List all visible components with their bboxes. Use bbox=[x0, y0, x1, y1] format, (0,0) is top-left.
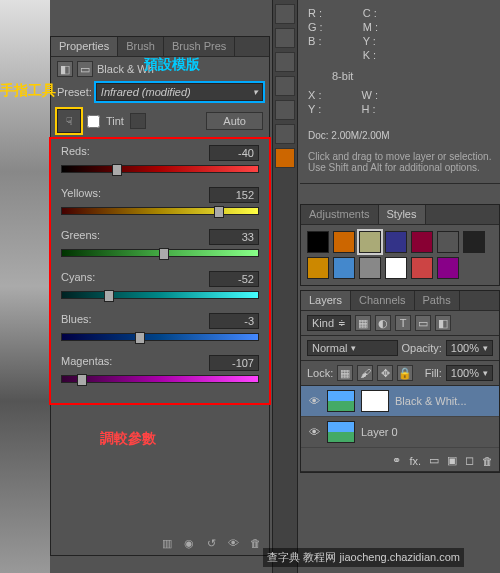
tab-adjustments[interactable]: Adjustments bbox=[301, 205, 379, 224]
trash-icon[interactable]: 🗑 bbox=[247, 535, 263, 551]
link-layers-icon[interactable]: ⚭ bbox=[392, 454, 401, 467]
slider-label: Greens: bbox=[61, 229, 100, 245]
properties-tabs: Properties Brush Brush Pres bbox=[51, 37, 269, 57]
panel-footer-icons: ▥ ◉ ↺ 👁 🗑 bbox=[159, 535, 263, 551]
layer-mask-thumbnail bbox=[361, 390, 389, 412]
dock-icon[interactable] bbox=[275, 124, 295, 144]
slider-value-input[interactable]: -40 bbox=[209, 145, 259, 161]
fill-input[interactable]: 100%▾ bbox=[446, 365, 493, 381]
layer-thumbnail bbox=[327, 390, 355, 412]
lock-transparency-icon[interactable]: ▦ bbox=[337, 365, 353, 381]
slider-track[interactable] bbox=[61, 165, 259, 173]
slider-value-input[interactable]: 33 bbox=[209, 229, 259, 245]
layer-row[interactable]: 👁Black & Whit... bbox=[301, 386, 499, 417]
style-swatch[interactable] bbox=[437, 231, 459, 253]
style-swatch[interactable] bbox=[333, 231, 355, 253]
style-swatch[interactable] bbox=[385, 231, 407, 253]
dock-icon[interactable] bbox=[275, 148, 295, 168]
tab-paths[interactable]: Paths bbox=[415, 291, 460, 310]
doc-size: Doc: 2.00M/2.00M bbox=[308, 124, 492, 147]
new-group-icon[interactable]: ▣ bbox=[447, 454, 457, 467]
lock-paint-icon[interactable]: 🖌 bbox=[357, 365, 373, 381]
lock-position-icon[interactable]: ✥ bbox=[377, 365, 393, 381]
style-swatch[interactable] bbox=[359, 231, 381, 253]
new-layer-icon[interactable]: ◻ bbox=[465, 454, 474, 467]
auto-button[interactable]: Auto bbox=[206, 112, 263, 130]
slider-track[interactable] bbox=[61, 207, 259, 215]
dock-icon[interactable] bbox=[275, 28, 295, 48]
dock-icon[interactable] bbox=[275, 100, 295, 120]
slider-thumb[interactable] bbox=[112, 164, 122, 176]
properties-panel: Properties Brush Brush Pres ◧ ▭ Black & … bbox=[50, 36, 270, 556]
layer-filter-kind[interactable]: Kind≑ bbox=[307, 315, 351, 331]
layer-fx-icon[interactable]: fx. bbox=[409, 455, 421, 467]
style-swatch[interactable] bbox=[333, 257, 355, 279]
layer-name[interactable]: Layer 0 bbox=[361, 426, 398, 438]
style-swatch[interactable] bbox=[411, 257, 433, 279]
layer-name[interactable]: Black & Whit... bbox=[395, 395, 467, 407]
visibility-icon[interactable]: 👁 bbox=[225, 535, 241, 551]
style-swatch[interactable] bbox=[411, 231, 433, 253]
slider-thumb[interactable] bbox=[135, 332, 145, 344]
dock-icon[interactable] bbox=[275, 4, 295, 24]
right-panels: R :G :B : C :M :Y :K : 8-bit X :Y : W :H… bbox=[300, 0, 500, 573]
wh-readout: W :H : bbox=[361, 88, 378, 116]
tab-brush-presets[interactable]: Brush Pres bbox=[164, 37, 235, 56]
filter-shape-icon[interactable]: ▭ bbox=[415, 315, 431, 331]
visibility-toggle[interactable]: 👁 bbox=[307, 395, 321, 407]
style-swatch[interactable] bbox=[359, 257, 381, 279]
tint-label: Tint bbox=[106, 115, 124, 127]
preset-dropdown[interactable]: Infrared (modified) ▾ bbox=[96, 83, 263, 101]
style-swatch[interactable] bbox=[463, 231, 485, 253]
slider-thumb[interactable] bbox=[159, 248, 169, 260]
delete-layer-icon[interactable]: 🗑 bbox=[482, 455, 493, 467]
slider-value-input[interactable]: 152 bbox=[209, 187, 259, 203]
bit-depth: 8-bit bbox=[332, 70, 492, 82]
slider-thumb[interactable] bbox=[214, 206, 224, 218]
style-swatch[interactable] bbox=[307, 231, 329, 253]
tint-checkbox[interactable] bbox=[87, 115, 100, 128]
view-previous-icon[interactable]: ◉ bbox=[181, 535, 197, 551]
tab-layers[interactable]: Layers bbox=[301, 291, 351, 310]
filter-smart-icon[interactable]: ◧ bbox=[435, 315, 451, 331]
slider-thumb[interactable] bbox=[104, 290, 114, 302]
dock-icon[interactable] bbox=[275, 76, 295, 96]
slider-track[interactable] bbox=[61, 291, 259, 299]
tab-channels[interactable]: Channels bbox=[351, 291, 414, 310]
canvas-preview bbox=[0, 0, 50, 573]
layer-mask-icon[interactable]: ▭ bbox=[429, 454, 439, 467]
adjustment-icon: ◧ bbox=[57, 61, 73, 77]
filter-type-icon[interactable]: T bbox=[395, 315, 411, 331]
style-swatch[interactable] bbox=[437, 257, 459, 279]
slider-value-input[interactable]: -107 bbox=[209, 355, 259, 371]
clip-icon[interactable]: ▥ bbox=[159, 535, 175, 551]
targeted-adjustment-tool[interactable]: ☟ bbox=[57, 109, 81, 133]
visibility-toggle[interactable]: 👁 bbox=[307, 426, 321, 438]
tab-styles[interactable]: Styles bbox=[379, 205, 426, 224]
opacity-label: Opacity: bbox=[402, 342, 442, 354]
slider-value-input[interactable]: -3 bbox=[209, 313, 259, 329]
lock-all-icon[interactable]: 🔒 bbox=[397, 365, 413, 381]
slider-track[interactable] bbox=[61, 375, 259, 383]
reset-icon[interactable]: ↺ bbox=[203, 535, 219, 551]
slider-label: Yellows: bbox=[61, 187, 101, 203]
style-swatch[interactable] bbox=[307, 257, 329, 279]
blend-mode-dropdown[interactable]: Normal▾ bbox=[307, 340, 398, 356]
layer-thumbnail bbox=[327, 421, 355, 443]
slider-track[interactable] bbox=[61, 249, 259, 257]
dock-icon[interactable] bbox=[275, 52, 295, 72]
layer-row[interactable]: 👁Layer 0 bbox=[301, 417, 499, 448]
tab-properties[interactable]: Properties bbox=[51, 37, 118, 56]
opacity-input[interactable]: 100%▾ bbox=[446, 340, 493, 356]
slider-label: Blues: bbox=[61, 313, 92, 329]
slider-thumb[interactable] bbox=[77, 374, 87, 386]
slider-track[interactable] bbox=[61, 333, 259, 341]
filter-pixel-icon[interactable]: ▦ bbox=[355, 315, 371, 331]
style-swatch[interactable] bbox=[385, 257, 407, 279]
filter-adjust-icon[interactable]: ◐ bbox=[375, 315, 391, 331]
chevron-down-icon: ▾ bbox=[253, 87, 258, 97]
slider-value-input[interactable]: -52 bbox=[209, 271, 259, 287]
tab-brush[interactable]: Brush bbox=[118, 37, 164, 56]
tint-swatch[interactable] bbox=[130, 113, 146, 129]
slider-label: Reds: bbox=[61, 145, 90, 161]
